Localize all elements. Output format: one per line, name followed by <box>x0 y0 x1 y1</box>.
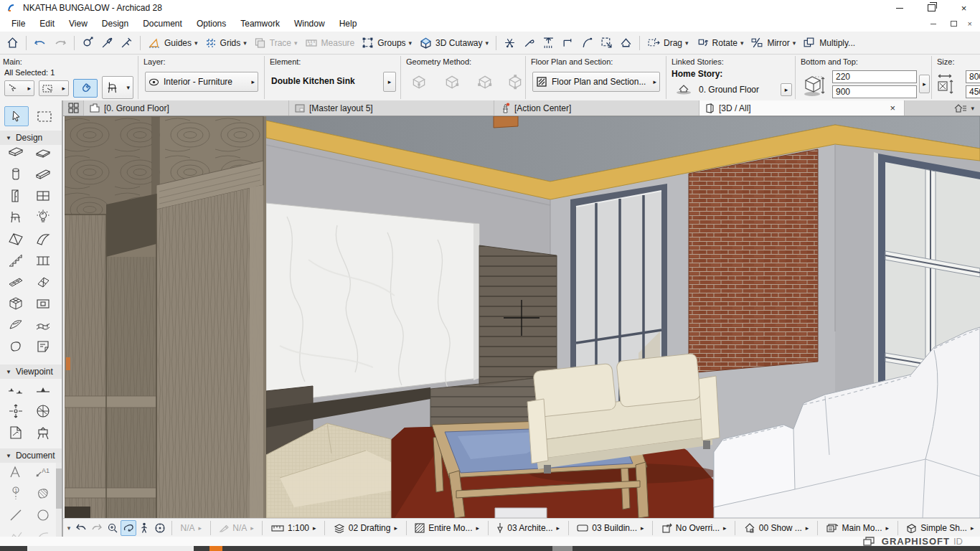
view-back-icon[interactable] <box>73 520 89 536</box>
doc-minimize-icon[interactable] <box>927 24 940 24</box>
wall-tool[interactable] <box>6 143 25 162</box>
menu-file[interactable]: File <box>4 19 32 29</box>
toolbox-section-design[interactable]: ▼Design <box>0 131 62 145</box>
tab-ground-floor[interactable]: [0. Ground Floor] <box>84 100 289 116</box>
story-marker-tool[interactable] <box>6 402 25 420</box>
statusbar-pen-color[interactable]: 03 Archite...▸ <box>491 519 566 537</box>
3d-cutaway-button[interactable]: 3D Cutaway▾ <box>415 34 492 52</box>
circle-tool[interactable] <box>34 506 52 524</box>
brick-wall[interactable] <box>689 149 818 373</box>
arrow-select-tool[interactable] <box>4 106 29 126</box>
label-tool[interactable]: A1 <box>34 463 52 481</box>
ceiling-opening[interactable] <box>494 116 518 128</box>
close-button[interactable]: × <box>948 0 980 16</box>
column-tool[interactable] <box>6 165 25 184</box>
marquee-tool-button[interactable]: ▸ <box>39 80 69 96</box>
elevation-tool[interactable] <box>34 380 52 399</box>
statusbar-pen-set[interactable]: N/A▸ <box>213 519 260 537</box>
statusbar-layer-combination[interactable]: 02 Drafting▸ <box>327 519 403 537</box>
orbit-icon[interactable] <box>121 520 136 536</box>
geometry-cube-1-icon[interactable] <box>410 73 428 93</box>
restore-button[interactable] <box>915 0 948 16</box>
find-select-button[interactable] <box>78 34 98 52</box>
geometry-cube-4-icon[interactable] <box>507 73 524 93</box>
drag-button[interactable]: Drag▾ <box>644 34 692 52</box>
railing-tool[interactable] <box>34 251 52 270</box>
fillet-icon[interactable] <box>578 34 597 52</box>
detail-tool[interactable] <box>6 423 25 442</box>
tab-overview-button[interactable] <box>63 100 84 116</box>
tab-action-center[interactable]: [Action Center] <box>494 100 699 116</box>
doc-close-icon[interactable]: × <box>968 19 972 28</box>
door-tool[interactable] <box>6 187 25 205</box>
morph-tool[interactable] <box>6 316 25 334</box>
minimize-button[interactable] <box>883 0 915 16</box>
inject-parameters-icon[interactable] <box>117 34 136 52</box>
text-tool[interactable] <box>6 463 25 481</box>
marker-tool[interactable]: 1 <box>6 484 25 503</box>
menu-design[interactable]: Design <box>95 19 136 29</box>
freeform-tool[interactable] <box>6 337 25 356</box>
beam-tool[interactable] <box>34 165 52 184</box>
section-tool[interactable] <box>6 380 25 399</box>
bottom-elevation-field[interactable]: 900 <box>832 85 917 98</box>
graphisoft-id[interactable]: GRAPHISOFT ID <box>863 537 963 546</box>
scrollbar-thumb[interactable] <box>56 468 62 509</box>
adjust-icon[interactable] <box>519 34 539 52</box>
marble-panel[interactable] <box>266 203 479 403</box>
current-tool-dropdown[interactable]: ▾ <box>102 76 133 99</box>
size-height-field[interactable]: 450 <box>966 85 980 98</box>
floor-plan-section-button[interactable]: Floor Plan and Section... ▸ <box>532 72 660 92</box>
statusbar-zoom-preset[interactable]: N/A▸ <box>174 519 208 537</box>
tab-list-dropdown[interactable]: ▾ <box>948 100 980 116</box>
guides-button[interactable]: Guides▾ <box>144 34 202 52</box>
3d-viewport[interactable] <box>65 116 980 518</box>
align-elevation-icon[interactable] <box>539 34 558 52</box>
zoom-in-icon[interactable] <box>105 520 121 536</box>
menu-edit[interactable]: Edit <box>32 19 62 29</box>
skylight-tool[interactable] <box>34 273 52 291</box>
lamp-tool[interactable] <box>34 208 52 227</box>
statusbar-renovation-filter[interactable]: 00 Show ...▸ <box>738 519 815 537</box>
home-story-menu-button[interactable]: ▸ <box>781 83 792 96</box>
menu-window[interactable]: Window <box>287 19 332 29</box>
close-tab-icon[interactable]: × <box>887 103 898 113</box>
statusbar-scale[interactable]: 1:100▸ <box>265 519 322 537</box>
home-button[interactable] <box>3 34 22 52</box>
top-offset-field[interactable]: 220 <box>832 70 917 83</box>
tab-3d-all[interactable]: [3D / All] × <box>699 100 905 116</box>
camera-tool[interactable] <box>34 423 52 442</box>
geometry-cube-3-icon[interactable] <box>476 73 494 93</box>
fill-tool[interactable] <box>34 484 52 503</box>
interior-elevation-tool[interactable] <box>34 402 52 420</box>
trim-corner-icon[interactable] <box>558 34 578 52</box>
statusbar-renovation-status[interactable]: Main Mo...▸ <box>820 519 895 537</box>
statusbar-shadow[interactable]: Simple Sh...▸ <box>900 519 980 537</box>
opening-tool[interactable] <box>34 294 52 313</box>
trace-button[interactable]: Trace▾ <box>250 34 301 52</box>
curtain-wall-tool[interactable] <box>6 273 25 291</box>
roof-tool[interactable] <box>6 230 25 248</box>
menu-teamwork[interactable]: Teamwork <box>233 19 287 29</box>
tab-master-layout[interactable]: [Master layout 5] <box>289 100 494 116</box>
toolbox-section-viewpoint[interactable]: ▼Viewpoint <box>0 364 62 379</box>
menu-options[interactable]: Options <box>189 19 233 29</box>
arrow-tool-button[interactable]: ▸ <box>4 80 34 96</box>
chevron-down-icon[interactable]: ▾ <box>65 520 73 536</box>
walk-icon[interactable] <box>136 520 152 536</box>
object-tool[interactable] <box>6 208 25 227</box>
layer-button[interactable]: Interior - Furniture ▸ <box>145 72 258 92</box>
slat-panel[interactable] <box>479 245 557 386</box>
resize-icon[interactable] <box>597 34 616 52</box>
line-tool[interactable] <box>6 506 25 524</box>
grids-button[interactable]: Grids▾ <box>202 34 250 52</box>
measure-button[interactable]: 12 Measure <box>301 34 359 52</box>
roof-level-icon[interactable] <box>616 34 636 52</box>
stair-tool[interactable] <box>6 251 25 270</box>
shell-tool[interactable] <box>34 230 52 248</box>
menu-help[interactable]: Help <box>332 19 364 29</box>
doc-restore-icon[interactable] <box>947 21 961 27</box>
window-tool[interactable] <box>34 187 52 205</box>
redo-button[interactable] <box>50 34 70 52</box>
statusbar-model-view[interactable]: Entire Mo...▸ <box>409 519 486 537</box>
